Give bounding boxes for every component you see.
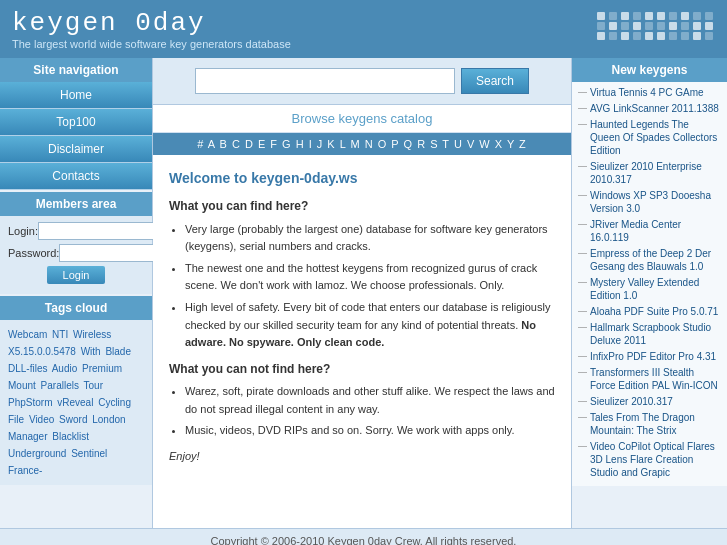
tag-item[interactable]: X5.15.0.0.5478 bbox=[8, 346, 76, 357]
tag-item[interactable]: Webcam bbox=[8, 329, 47, 340]
tag-item[interactable]: vReveal bbox=[57, 397, 93, 408]
keygen-item[interactable]: —Hallmark Scrapbook Studio Deluxe 2011 bbox=[578, 321, 721, 347]
main-layout: Site navigation Home Top100 Disclaimer C… bbox=[0, 58, 727, 528]
keygen-bullet-icon: — bbox=[578, 190, 587, 202]
keygen-bullet-icon: — bbox=[578, 219, 587, 231]
keygen-bullet-icon: — bbox=[578, 322, 587, 334]
alpha-nav-text[interactable]: # A B C D E F G H I J K L M N O P Q R S … bbox=[197, 138, 527, 150]
tag-item[interactable]: File bbox=[8, 414, 24, 425]
keygen-item[interactable]: —Tales From The Dragon Mountain: The Str… bbox=[578, 411, 721, 437]
keygen-item[interactable]: —Sieulizer 2010.317 bbox=[578, 395, 721, 408]
find-item-1: Very large (probably the largest one) da… bbox=[185, 221, 555, 256]
right-sidebar: New keygens —Virtua Tennis 4 PC GAme—AVG… bbox=[572, 58, 727, 528]
what-not-find-list: Warez, soft, pirate downloads and other … bbox=[185, 383, 555, 440]
tags-cloud: Webcam NTI Wireless X5.15.0.0.5478 With … bbox=[0, 320, 152, 485]
keygen-item[interactable]: —Virtua Tennis 4 PC GAme bbox=[578, 86, 721, 99]
nav-home[interactable]: Home bbox=[0, 82, 152, 109]
tag-item[interactable]: DLL-files bbox=[8, 363, 47, 374]
alpha-navigation: # A B C D E F G H I J K L M N O P Q R S … bbox=[153, 133, 571, 155]
keygen-item[interactable]: —Transformers III Stealth Force Edition … bbox=[578, 366, 721, 392]
login-button[interactable]: Login bbox=[47, 266, 106, 284]
tag-item[interactable]: France- bbox=[8, 465, 42, 476]
find-item-2: The newest one and the hottest keygens f… bbox=[185, 260, 555, 295]
header-title: keygen 0day The largest world wide softw… bbox=[12, 8, 291, 50]
tag-item[interactable]: Sword bbox=[59, 414, 87, 425]
tag-item[interactable]: PhpStorm bbox=[8, 397, 52, 408]
what-find-list: Very large (probably the largest one) da… bbox=[185, 221, 555, 352]
tag-item[interactable]: Underground bbox=[8, 448, 66, 459]
nav-top100[interactable]: Top100 bbox=[0, 109, 152, 136]
members-area-header: Members area bbox=[0, 192, 152, 216]
footer-text: Copyright © 2006-2010 Keygen 0day Crew. … bbox=[211, 535, 517, 545]
what-not-find-title: What you can not find here? bbox=[169, 360, 555, 379]
not-find-item-1: Warez, soft, pirate downloads and other … bbox=[185, 383, 555, 418]
keygen-bullet-icon: — bbox=[578, 367, 587, 379]
tag-item[interactable]: Blade bbox=[105, 346, 131, 357]
keygen-bullet-icon: — bbox=[578, 412, 587, 424]
keygen-title: Empress of the Deep 2 Der Gesang des Bla… bbox=[590, 247, 721, 273]
keygens-list: —Virtua Tennis 4 PC GAme—AVG LinkScanner… bbox=[572, 82, 727, 486]
keygen-bullet-icon: — bbox=[578, 119, 587, 131]
header-decoration bbox=[597, 12, 715, 40]
keygen-item[interactable]: —InfixPro PDF Editor Pro 4.31 bbox=[578, 350, 721, 363]
keygen-bullet-icon: — bbox=[578, 306, 587, 318]
tag-item[interactable]: London bbox=[92, 414, 125, 425]
search-bar: Search bbox=[153, 58, 571, 105]
keygen-item[interactable]: —AVG LinkScanner 2011.1388 bbox=[578, 102, 721, 115]
what-find-title: What you can find here? bbox=[169, 197, 555, 216]
site-subtitle: The largest world wide software key gene… bbox=[12, 38, 291, 50]
tag-item[interactable]: With bbox=[81, 346, 101, 357]
keygen-title: Video CoPilot Optical Flares 3D Lens Fla… bbox=[590, 440, 721, 479]
tag-item[interactable]: Mount bbox=[8, 380, 36, 391]
keygen-bullet-icon: — bbox=[578, 161, 587, 173]
tags-cloud-header: Tags cloud bbox=[0, 296, 152, 320]
tag-item[interactable]: Tour bbox=[84, 380, 103, 391]
password-label: Password: bbox=[8, 247, 59, 259]
nav-contacts[interactable]: Contacts bbox=[0, 163, 152, 190]
keygen-item[interactable]: —Windows XP SP3 Dooesha Version 3.0 bbox=[578, 189, 721, 215]
tag-item[interactable]: Sentinel bbox=[71, 448, 107, 459]
nav-disclaimer[interactable]: Disclaimer bbox=[0, 136, 152, 163]
keygen-item[interactable]: —Sieulizer 2010 Enterprise 2010.317 bbox=[578, 160, 721, 186]
tag-item[interactable]: Premium bbox=[82, 363, 122, 374]
keygen-bullet-icon: — bbox=[578, 248, 587, 260]
keygen-item[interactable]: —Aloaha PDF Suite Pro 5.0.71 bbox=[578, 305, 721, 318]
tag-item[interactable]: Manager bbox=[8, 431, 47, 442]
keygen-item[interactable]: —Video CoPilot Optical Flares 3D Lens Fl… bbox=[578, 440, 721, 479]
keygen-item[interactable]: —Haunted Legends The Queen Of Spades Col… bbox=[578, 118, 721, 157]
keygen-title: Transformers III Stealth Force Edition P… bbox=[590, 366, 721, 392]
welcome-title: Welcome to keygen-0day.ws bbox=[169, 167, 555, 189]
keygen-item[interactable]: —JRiver Media Center 16.0.119 bbox=[578, 218, 721, 244]
tag-item[interactable]: Parallels bbox=[41, 380, 79, 391]
tag-item[interactable]: Audio bbox=[52, 363, 78, 374]
search-input[interactable] bbox=[195, 68, 455, 94]
content-area: Welcome to keygen-0day.ws What you can f… bbox=[153, 155, 571, 477]
sidebar: Site navigation Home Top100 Disclaimer C… bbox=[0, 58, 153, 528]
login-label: Login: bbox=[8, 225, 38, 237]
tag-item[interactable]: Cycling bbox=[98, 397, 131, 408]
keygen-item[interactable]: —Empress of the Deep 2 Der Gesang des Bl… bbox=[578, 247, 721, 273]
keygen-title: Aloaha PDF Suite Pro 5.0.71 bbox=[590, 305, 718, 318]
members-form: Login: Password: Login bbox=[0, 216, 152, 294]
new-keygens-header: New keygens bbox=[572, 58, 727, 82]
keygen-title: Windows XP SP3 Dooesha Version 3.0 bbox=[590, 189, 721, 215]
keygen-title: Virtua Tennis 4 PC GAme bbox=[590, 86, 704, 99]
keygen-item[interactable]: —Mystery Valley Extended Edition 1.0 bbox=[578, 276, 721, 302]
no-adware-text: No adware. No spyware. Only clean code. bbox=[185, 319, 536, 349]
search-button[interactable]: Search bbox=[461, 68, 529, 94]
tag-item[interactable]: Wireless bbox=[73, 329, 111, 340]
tag-item[interactable]: NTI bbox=[52, 329, 68, 340]
keygen-title: JRiver Media Center 16.0.119 bbox=[590, 218, 721, 244]
keygen-title: Hallmark Scrapbook Studio Deluxe 2011 bbox=[590, 321, 721, 347]
keygen-title: InfixPro PDF Editor Pro 4.31 bbox=[590, 350, 716, 363]
keygen-bullet-icon: — bbox=[578, 396, 587, 408]
not-find-item-2: Music, videos, DVD RIPs and so on. Sorry… bbox=[185, 422, 555, 440]
tag-item[interactable]: Blacklist bbox=[52, 431, 89, 442]
header: keygen 0day The largest world wide softw… bbox=[0, 0, 727, 58]
password-row: Password: bbox=[8, 244, 144, 262]
tag-item[interactable]: Video bbox=[29, 414, 54, 425]
keygen-title: AVG LinkScanner 2011.1388 bbox=[590, 102, 719, 115]
keygen-title: Haunted Legends The Queen Of Spades Coll… bbox=[590, 118, 721, 157]
keygen-title: Sieulizer 2010 Enterprise 2010.317 bbox=[590, 160, 721, 186]
keygen-title: Tales From The Dragon Mountain: The Stri… bbox=[590, 411, 721, 437]
